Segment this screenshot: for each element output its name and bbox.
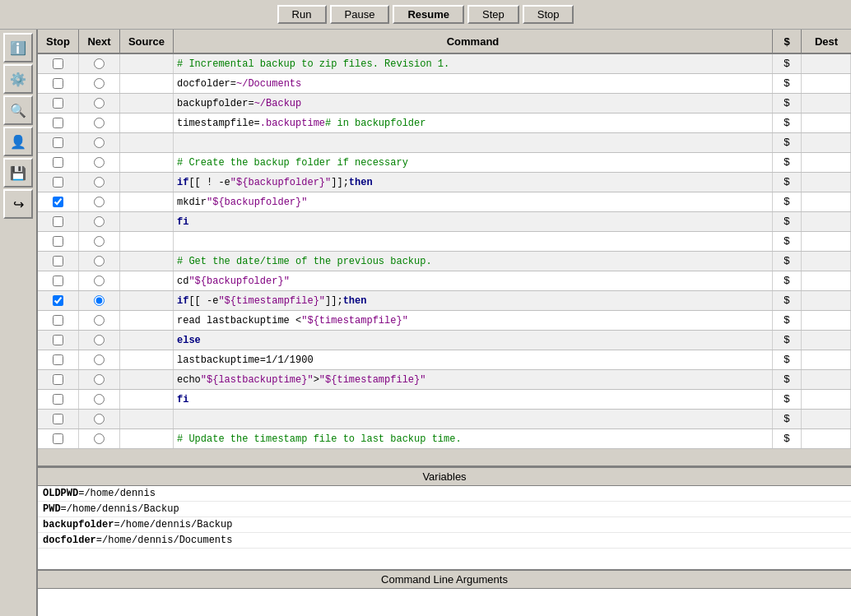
next-radio[interactable]: [94, 78, 105, 89]
dollar-cell: $: [773, 153, 802, 172]
next-radio[interactable]: [94, 216, 105, 227]
stop-checkbox[interactable]: [53, 137, 63, 148]
script-rows-container: # Incremental backup to zip files. Revis…: [38, 54, 851, 465]
variables-content: OLDPWD=/home/dennisPWD=/home/dennis/Back…: [38, 486, 851, 569]
next-radio[interactable]: [94, 98, 105, 109]
stop-checkbox[interactable]: [53, 295, 63, 306]
main-container: ℹ️ ⚙️ 🔍 👤 💾 ↪ Stop Next Source Command $…: [0, 30, 851, 616]
command-cell: # Incremental backup to zip files. Revis…: [174, 54, 773, 73]
stop-checkbox[interactable]: [53, 374, 63, 385]
variable-row: backupfolder=/home/dennis/Backup: [38, 517, 851, 533]
stop-checkbox[interactable]: [53, 177, 63, 188]
dest-cell: [802, 252, 851, 271]
dollar-cell: $: [773, 390, 802, 409]
next-radio[interactable]: [94, 335, 105, 345]
nav-button[interactable]: ↪: [3, 189, 33, 219]
stop-checkbox[interactable]: [53, 98, 63, 109]
dest-cell: [802, 74, 851, 93]
stop-checkbox[interactable]: [53, 354, 63, 365]
dollar-cell: $: [773, 410, 802, 428]
next-radio[interactable]: [94, 137, 105, 148]
stop-checkbox[interactable]: [53, 394, 63, 405]
var-value: /home/dennis/Backup: [67, 503, 179, 515]
dest-cell: [802, 311, 851, 330]
var-sep: =: [114, 519, 119, 530]
stop-checkbox[interactable]: [53, 433, 63, 444]
dollar-cell: $: [773, 350, 802, 369]
stop-checkbox[interactable]: [53, 58, 63, 69]
next-radio[interactable]: [94, 157, 105, 168]
command-cell: else: [174, 331, 773, 350]
next-radio[interactable]: [94, 295, 105, 306]
command-cell: [174, 410, 773, 428]
table-row: $: [38, 133, 851, 153]
step-button[interactable]: Step: [467, 5, 519, 24]
table-row: read lastbackuptime < "${timestampfile}"…: [38, 311, 851, 331]
stop-checkbox[interactable]: [53, 216, 63, 227]
var-sep: =: [61, 503, 67, 515]
stop-checkbox[interactable]: [53, 118, 63, 128]
next-radio[interactable]: [94, 354, 105, 365]
next-radio[interactable]: [94, 118, 105, 128]
command-cell: read lastbackuptime < "${timestampfile}": [174, 311, 773, 330]
user-button[interactable]: 👤: [3, 127, 33, 156]
next-radio[interactable]: [94, 276, 105, 286]
var-key: PWD: [43, 503, 61, 515]
command-cell: [174, 232, 773, 251]
stop-checkbox[interactable]: [53, 335, 63, 345]
next-radio[interactable]: [94, 256, 105, 266]
table-row: # Incremental backup to zip files. Revis…: [38, 54, 851, 74]
search-button[interactable]: 🔍: [3, 95, 33, 125]
dest-cell: [802, 153, 851, 172]
stop-checkbox[interactable]: [53, 414, 63, 424]
command-cell: lastbackuptime=1/1/1900: [174, 350, 773, 369]
next-radio[interactable]: [94, 374, 105, 385]
settings-button[interactable]: ⚙️: [3, 64, 33, 94]
next-radio[interactable]: [94, 394, 105, 405]
next-radio[interactable]: [94, 236, 105, 247]
dollar-cell: $: [773, 173, 802, 192]
dollar-cell: $: [773, 74, 802, 93]
source-cell: [120, 311, 174, 330]
table-row: # Update the timestamp file to last back…: [38, 429, 851, 449]
stop-checkbox[interactable]: [53, 236, 63, 247]
command-cell: mkdir "${backupfolder}": [174, 192, 773, 211]
command-cell: docfolder=~/Documents: [174, 74, 773, 93]
source-cell: [120, 113, 174, 132]
run-button[interactable]: Run: [277, 5, 327, 24]
command-cell: backupfolder=~/Backup: [174, 94, 773, 113]
variable-row: OLDPWD=/home/dennis: [38, 486, 851, 502]
source-cell: [120, 133, 174, 152]
stop-checkbox[interactable]: [53, 78, 63, 89]
dest-cell: [802, 271, 851, 290]
stop-checkbox[interactable]: [53, 276, 63, 286]
stop-checkbox[interactable]: [53, 157, 63, 168]
next-radio[interactable]: [94, 414, 105, 424]
stop-checkbox[interactable]: [53, 315, 63, 326]
stop-button[interactable]: Stop: [523, 5, 574, 24]
next-radio[interactable]: [94, 433, 105, 444]
dest-cell: [802, 390, 851, 409]
save-button[interactable]: 💾: [3, 158, 33, 188]
command-cell: fi: [174, 212, 773, 231]
next-radio[interactable]: [94, 177, 105, 188]
source-cell: [120, 429, 174, 448]
resume-button[interactable]: Resume: [393, 5, 464, 24]
var-key: backupfolder: [43, 519, 114, 530]
stop-checkbox[interactable]: [53, 256, 63, 266]
pause-button[interactable]: Pause: [330, 5, 390, 24]
col-dollar: $: [773, 30, 802, 53]
stop-checkbox[interactable]: [53, 197, 63, 207]
command-cell: [174, 133, 773, 152]
table-row: timestampfile=.backuptime # in backupfol…: [38, 113, 851, 133]
next-radio[interactable]: [94, 315, 105, 326]
next-radio[interactable]: [94, 58, 105, 69]
info-button[interactable]: ℹ️: [3, 33, 33, 63]
next-radio[interactable]: [94, 197, 105, 207]
dollar-cell: $: [773, 212, 802, 231]
dollar-cell: $: [773, 331, 802, 350]
command-cell: echo "${lastbackuptime}" > "${timestampf…: [174, 370, 773, 389]
toolbar: Run Pause Resume Step Stop: [0, 0, 851, 30]
dest-cell: [802, 212, 851, 231]
bottom-area: Variables OLDPWD=/home/dennisPWD=/home/d…: [38, 468, 851, 616]
